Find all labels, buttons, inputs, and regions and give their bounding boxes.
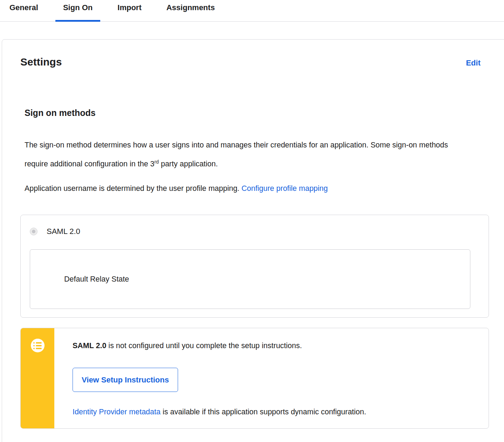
username-note: Application username is determined by th… [25,183,489,194]
tab-import[interactable]: Import [110,0,149,21]
metadata-note: Identity Provider metadata is available … [73,407,475,417]
callout-message: SAML 2.0 is not configured until you com… [73,341,475,351]
settings-card: Settings Edit Sign on methods The sign-o… [2,39,504,442]
saml-radio-label: SAML 2.0 [47,227,80,236]
description-text-part2: party application. [159,160,218,168]
view-setup-instructions-button[interactable]: View Setup Instructions [73,368,178,392]
default-relay-state-panel: Default Relay State [30,249,470,309]
icon-row [33,348,42,349]
callout-message-rest: is not configured until you complete the… [106,341,302,350]
configure-profile-mapping-link[interactable]: Configure profile mapping [241,184,328,193]
callout-message-bold: SAML 2.0 [73,341,106,350]
saml-method-box: SAML 2.0 Default Relay State [20,215,489,318]
tab-general[interactable]: General [2,0,46,21]
callout-warning-strip [21,328,54,428]
identity-provider-metadata-link[interactable]: Identity Provider metadata [73,408,161,416]
sign-on-methods-description: The sign-on method determines how a user… [25,137,450,172]
edit-link[interactable]: Edit [466,58,481,68]
saml-radio-button[interactable] [30,228,38,235]
app-tab-bar: General Sign On Import Assignments [0,0,504,22]
callout-body: SAML 2.0 is not configured until you com… [54,328,489,428]
saml-setup-callout: SAML 2.0 is not configured until you com… [20,328,489,429]
icon-row [33,345,42,346]
tab-sign-on[interactable]: Sign On [55,0,100,21]
description-superscript: rd [155,159,159,165]
settings-title: Settings [20,56,489,68]
username-note-text: Application username is determined by th… [25,184,241,193]
tab-assignments[interactable]: Assignments [159,0,223,21]
bulleted-list-icon [31,339,45,352]
sign-on-methods-heading: Sign on methods [25,107,489,119]
metadata-note-rest: is available if this application support… [161,408,366,416]
default-relay-state-label: Default Relay State [64,275,129,284]
description-text-part1: The sign-on method determines how a user… [25,141,448,168]
icon-row [33,342,42,344]
saml-radio-row: SAML 2.0 [30,227,479,236]
